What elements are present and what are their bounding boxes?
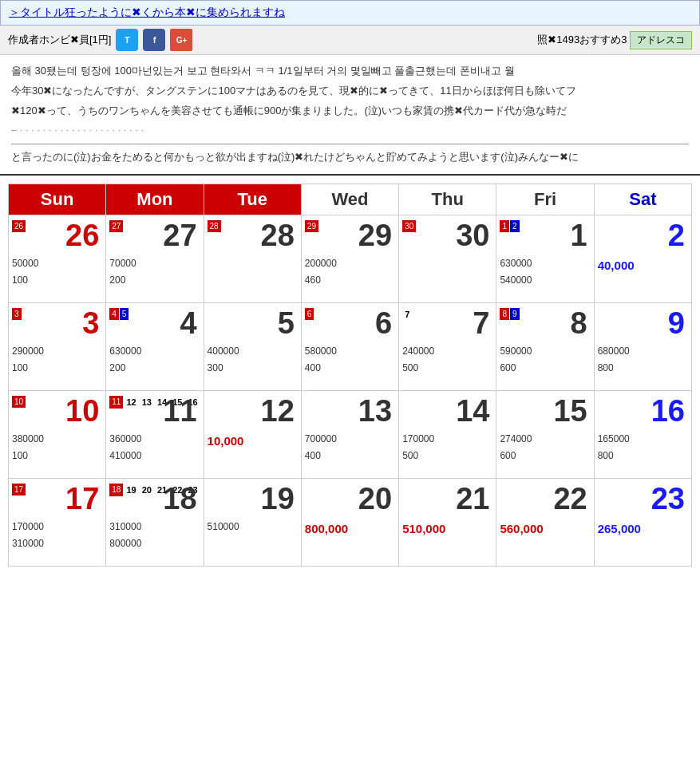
day-amount: 70000 xyxy=(109,257,200,270)
day-number: 16 xyxy=(651,394,685,428)
calendar-day-cell[interactable]: 66580000400 xyxy=(301,302,398,390)
header-sat: Sat xyxy=(594,184,691,215)
day-header-area: 1010 xyxy=(12,394,102,429)
recommend-label: 照✖1493おすすめ3 xyxy=(537,34,627,45)
day-amount: 200000 xyxy=(305,257,395,270)
google-icon[interactable]: G+ xyxy=(170,29,192,51)
day-header-area: 1717 xyxy=(12,482,102,517)
calendar-day-cell[interactable]: 240,000 xyxy=(594,215,691,302)
day-number: 22 xyxy=(553,482,587,516)
day-amount: 560,000 xyxy=(500,520,590,537)
day-header-area: 11121314151611 xyxy=(109,394,200,429)
day-badge: 28 xyxy=(208,220,221,232)
day-number: 5 xyxy=(278,306,295,341)
day-header-area: 66 xyxy=(305,306,395,342)
day-number: 18 xyxy=(163,482,196,516)
day-badge: 18 xyxy=(109,484,123,496)
day-header-area: 2828 xyxy=(208,219,298,254)
day-header-area: 16 xyxy=(598,394,688,429)
blog-title-link[interactable]: ＞タイトル狂ったように✖くから本✖に集められますね xyxy=(9,6,285,18)
overlay-badges: 45 xyxy=(109,308,129,320)
day-badge: 2 xyxy=(510,220,520,232)
calendar-day-cell[interactable]: 898590000600 xyxy=(496,302,594,390)
twitter-icon[interactable]: T xyxy=(116,29,138,51)
calendar-day-cell[interactable]: 33290000100 xyxy=(9,302,106,390)
day-badge: 20 xyxy=(140,484,154,496)
calendar-day-cell[interactable]: 14170000500 xyxy=(399,390,496,478)
day-number: 2 xyxy=(668,219,685,253)
calendar-day-cell[interactable]: 272770000200 xyxy=(106,215,204,302)
calendar-day-cell[interactable]: 262650000100 xyxy=(9,215,106,302)
calendar-day-cell[interactable]: 2929200000460 xyxy=(301,215,398,302)
day-number: 19 xyxy=(261,482,295,516)
header-thu: Thu xyxy=(399,184,496,215)
day-header-area: 20 xyxy=(305,482,395,517)
calendar-day-cell[interactable]: 3030 xyxy=(399,215,496,302)
calendar-day-cell[interactable]: 77240000500 xyxy=(399,302,496,390)
day-amount-extra: 310000 xyxy=(12,537,102,551)
day-amount: 380000 xyxy=(12,432,102,446)
blog-korean-text: 올해 30됐는데 텅장에 100마넌있는거 보고 현타와서 ㅋㅋ 1/1일부터 … xyxy=(11,63,689,80)
calendar-day-cell[interactable]: 19510000 xyxy=(204,478,301,566)
day-header-area: 14 xyxy=(402,394,492,429)
day-header-area: 9 xyxy=(598,306,688,342)
day-amount-extra: 100 xyxy=(12,361,102,375)
day-amount-extra: 400 xyxy=(305,449,395,463)
calendar-day-cell[interactable]: 1010380000100 xyxy=(9,390,106,478)
calendar-day-cell[interactable]: 5400000300 xyxy=(204,302,301,390)
day-badge: 17 xyxy=(12,484,26,496)
address-button[interactable]: アドレスコ xyxy=(630,31,692,49)
day-number: 13 xyxy=(358,394,392,428)
overlay-badges: 26 xyxy=(12,220,26,232)
calendar-day-cell[interactable]: 20800,000 xyxy=(301,478,398,566)
day-amount: 580000 xyxy=(305,345,395,358)
calendar-day-cell[interactable]: 23265,000 xyxy=(594,478,691,566)
day-amount: 630000 xyxy=(500,257,590,270)
calendar-day-cell[interactable]: 11121314151611360000410000 xyxy=(106,390,204,478)
calendar-day-cell[interactable]: 1210,000 xyxy=(204,390,301,478)
blog-japanese-line2: ✖120✖って、うちのワンちゃんを美容させても通帳に900が集まりました。(泣)… xyxy=(11,103,689,120)
day-badge: 6 xyxy=(305,308,314,320)
day-badge: 13 xyxy=(140,396,154,409)
day-header-area: 3030 xyxy=(402,219,492,254)
day-amount-extra: 800 xyxy=(598,361,688,375)
calendar-day-cell[interactable]: 22560,000 xyxy=(496,478,594,566)
day-number: 7 xyxy=(473,306,489,341)
calendar-table: Sun Mon Tue Wed Thu Fri Sat 262650000100… xyxy=(8,184,692,567)
day-amount: 360000 xyxy=(109,432,200,446)
day-number: 20 xyxy=(358,482,392,516)
calendar-day-cell[interactable]: 9680000800 xyxy=(594,302,691,390)
calendar-day-cell[interactable]: 15274000600 xyxy=(496,390,594,478)
day-amount: 630000 xyxy=(109,345,200,358)
day-header-area: 13 xyxy=(305,394,395,429)
calendar-day-cell[interactable]: 2828 xyxy=(204,215,301,302)
day-amount: 170000 xyxy=(12,520,102,534)
day-amount-extra: 200 xyxy=(109,361,200,375)
calendar-week-row: 1010380000100111213141516113600004100001… xyxy=(9,390,692,478)
header-mon: Mon xyxy=(106,184,204,215)
day-badge: 8 xyxy=(500,308,509,320)
day-amount: 10,000 xyxy=(208,432,298,449)
day-badge: 10 xyxy=(12,396,26,408)
day-amount-extra: 800 xyxy=(598,449,688,463)
day-number: 3 xyxy=(82,306,99,341)
calendar-day-cell[interactable]: 121630000540000 xyxy=(496,215,594,302)
day-amount: 170000 xyxy=(402,432,492,446)
calendar-day-cell[interactable]: 1717170000310000 xyxy=(9,478,106,566)
day-amount-extra: 600 xyxy=(500,449,590,463)
day-amount: 800,000 xyxy=(305,520,395,537)
day-amount-extra: 200 xyxy=(109,274,200,287)
day-number: 15 xyxy=(553,394,587,428)
calendar-day-cell[interactable]: 18192021222318310000800000 xyxy=(106,478,204,566)
day-amount: 680000 xyxy=(598,345,688,358)
blog-footer-text: と言ったのに(泣)お金をためると何かもっと欲が出ますね(泣)✖れたけどちゃんと貯… xyxy=(11,149,689,166)
blog-footer: と言ったのに(泣)お金をためると何かもっと欲が出ますね(泣)✖れたけどちゃんと貯… xyxy=(11,144,689,166)
day-header-area: 2727 xyxy=(109,219,200,254)
calendar-day-cell[interactable]: 21510,000 xyxy=(399,478,496,566)
calendar-day-cell[interactable]: 454630000200 xyxy=(106,302,204,390)
overlay-badges: 30 xyxy=(402,220,416,232)
calendar-day-cell[interactable]: 16165000800 xyxy=(594,390,691,478)
facebook-icon[interactable]: f xyxy=(143,29,165,51)
day-header-area: 18192021222318 xyxy=(109,482,200,517)
calendar-day-cell[interactable]: 13700000400 xyxy=(301,390,398,478)
